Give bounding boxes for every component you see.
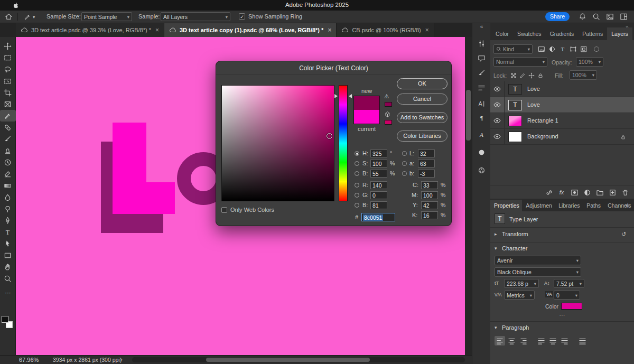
- crop-tool-button[interactable]: [0, 87, 16, 98]
- g-radio[interactable]: [355, 193, 359, 198]
- comments-panel-button[interactable]: [477, 54, 486, 63]
- delete-layer-button[interactable]: [620, 188, 630, 197]
- tab-adjustments[interactable]: Adjustmen: [522, 200, 555, 211]
- hand-tool-button[interactable]: [0, 261, 16, 273]
- a-input[interactable]: 63: [418, 160, 435, 167]
- only-web-colors-checkbox[interactable]: [221, 207, 227, 213]
- type-tool-button[interactable]: T: [0, 226, 16, 238]
- pen-tool-button[interactable]: [0, 214, 16, 226]
- paragraph-section-header[interactable]: ▾ Paragraph: [490, 323, 634, 334]
- eyedropper-tool-button[interactable]: [0, 110, 16, 122]
- libraries-panel-button[interactable]: [477, 148, 486, 157]
- align-center-button[interactable]: [506, 336, 517, 346]
- path-selection-tool-button[interactable]: [0, 238, 16, 249]
- close-icon[interactable]: ×: [425, 26, 429, 34]
- sample-size-dropdown[interactable]: Point Sample ▾: [81, 12, 132, 21]
- justify-all-button[interactable]: [577, 336, 588, 346]
- home-button[interactable]: [3, 12, 14, 21]
- k-input[interactable]: 16: [421, 211, 438, 219]
- layer-thumbnail-type[interactable]: T: [508, 84, 522, 95]
- healing-brush-tool-button[interactable]: [0, 122, 16, 133]
- paragraph-panel-button[interactable]: ¶: [477, 113, 486, 122]
- h-radio[interactable]: [355, 151, 359, 156]
- r-input[interactable]: 140: [370, 181, 387, 189]
- color-libraries-button[interactable]: Color Libraries: [397, 130, 447, 142]
- share-button[interactable]: Share: [545, 12, 570, 21]
- tab-patterns[interactable]: Patterns: [578, 27, 607, 40]
- filter-by-smart-object-button[interactable]: [579, 45, 588, 53]
- visibility-toggle[interactable]: [490, 113, 505, 128]
- y-input[interactable]: 42: [421, 201, 438, 209]
- filter-toggle[interactable]: [594, 46, 599, 52]
- text-color-swatch[interactable]: [561, 303, 582, 310]
- web-safe-swatch[interactable]: [385, 120, 392, 125]
- more-tools-button[interactable]: ⋯: [0, 290, 16, 296]
- l-radio[interactable]: [402, 151, 407, 156]
- brush-settings-panel-button[interactable]: [477, 69, 486, 78]
- font-size-dropdown[interactable]: 223.68 p ▾: [504, 279, 539, 288]
- color-wheel-panel-button[interactable]: [477, 166, 486, 175]
- tab-layers[interactable]: Layers: [607, 27, 632, 40]
- filter-by-image-button[interactable]: [537, 45, 546, 53]
- more-character-options-icon[interactable]: ⋯: [490, 312, 634, 319]
- transform-section-header[interactable]: ▸ Transform ↺: [490, 229, 634, 241]
- tracking-dropdown[interactable]: 0 ▾: [554, 291, 580, 300]
- reset-transform-icon[interactable]: ↺: [621, 231, 626, 238]
- hue-marker-right[interactable]: [349, 94, 352, 98]
- rectangle-tool-button[interactable]: [0, 249, 16, 261]
- document-tab-1[interactable]: 3D text article.psdc @ 39.3% (Love, RGB/…: [16, 23, 164, 37]
- expand-panels-icon[interactable]: «: [472, 24, 491, 30]
- document-tab-2-active[interactable]: 3D text article copy (1).psdc @ 68% (Lov…: [164, 23, 337, 37]
- s-radio[interactable]: [355, 161, 359, 166]
- filter-by-type-button[interactable]: T: [558, 45, 567, 53]
- history-brush-tool-button[interactable]: [0, 156, 16, 168]
- g-input[interactable]: 0: [370, 191, 387, 199]
- lock-position-button[interactable]: [527, 71, 535, 79]
- zoom-tool-button[interactable]: [0, 273, 16, 284]
- eraser-tool-button[interactable]: [0, 168, 16, 180]
- cancel-button[interactable]: Cancel: [397, 94, 447, 105]
- a-radio[interactable]: [402, 161, 407, 166]
- opacity-dropdown[interactable]: 100% ▾: [576, 57, 603, 67]
- align-left-button[interactable]: [495, 336, 505, 346]
- b-input[interactable]: 55: [370, 170, 387, 178]
- gamut-swatch[interactable]: [385, 102, 392, 107]
- justify-last-left-button[interactable]: [536, 336, 546, 346]
- tab-channels[interactable]: Channels: [604, 200, 634, 211]
- lasso-tool-button[interactable]: [0, 63, 16, 75]
- object-selection-tool-button[interactable]: [0, 75, 16, 87]
- visibility-toggle[interactable]: [490, 129, 505, 144]
- s-input[interactable]: 100: [370, 160, 387, 167]
- gradient-tool-button[interactable]: [0, 180, 16, 191]
- sliders-panel-button[interactable]: [477, 39, 486, 48]
- layer-thumbnail-type[interactable]: T: [508, 100, 522, 110]
- brush-tool-button[interactable]: [0, 133, 16, 145]
- hex-input[interactable]: 8c0051: [361, 213, 395, 221]
- font-family-dropdown[interactable]: Avenir ▾: [495, 256, 581, 265]
- tab-gradients[interactable]: Gradients: [546, 27, 579, 40]
- vertical-scrollbar[interactable]: [465, 37, 472, 355]
- fill-dropdown[interactable]: 100% ▾: [570, 70, 597, 80]
- frame-tool-button[interactable]: [0, 98, 16, 110]
- new-group-button[interactable]: [595, 188, 604, 197]
- layer-filter-kind-dropdown[interactable]: Kind ▾: [493, 44, 533, 54]
- close-icon[interactable]: ×: [328, 26, 331, 34]
- search-button[interactable]: [591, 12, 601, 21]
- chevron-down-icon[interactable]: ▾: [33, 14, 35, 20]
- document-tab-3[interactable]: CB.psdc @ 100% (RGB/8) ×: [337, 23, 434, 37]
- c-input[interactable]: 33: [421, 181, 438, 189]
- workspace-button[interactable]: [618, 12, 629, 21]
- tab-color[interactable]: Color: [491, 27, 513, 40]
- layer-effects-button[interactable]: fx: [557, 188, 566, 197]
- new-layer-button[interactable]: [608, 188, 617, 197]
- layer-row-love-2-selected[interactable]: T Love: [490, 97, 634, 113]
- zoom-level[interactable]: 67.96%: [19, 357, 39, 363]
- b3-input[interactable]: -3: [418, 170, 435, 178]
- marquee-tool-button[interactable]: [0, 52, 16, 63]
- sample-dropdown[interactable]: All Layers ▾: [161, 12, 230, 21]
- r-radio[interactable]: [355, 183, 359, 188]
- lock-paint-button[interactable]: [518, 71, 526, 79]
- tab-paths[interactable]: Paths: [583, 200, 604, 211]
- add-mask-button[interactable]: [570, 188, 579, 197]
- lock-transparency-button[interactable]: [509, 71, 517, 79]
